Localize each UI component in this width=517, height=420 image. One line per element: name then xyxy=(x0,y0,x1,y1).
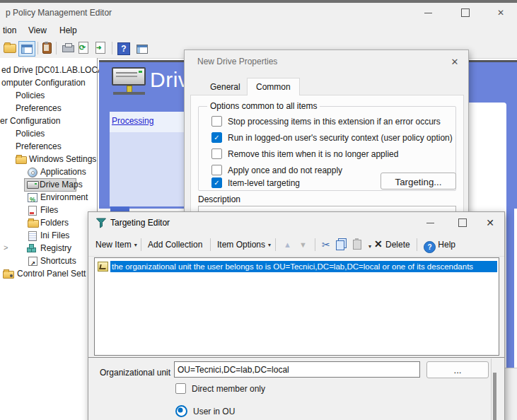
help-icon[interactable]: ? xyxy=(117,42,130,55)
cut-icon[interactable]: ✂ xyxy=(322,238,330,251)
clipboard-icon[interactable] xyxy=(42,42,52,54)
options-groupbox: Options common to all items Stop process… xyxy=(198,106,456,191)
scrollbar-thumb[interactable] xyxy=(493,373,496,420)
delete-button[interactable]: Delete xyxy=(385,238,410,251)
targeting-toolbar: New Item▾ Add Collection Item Options▾ ▲… xyxy=(88,233,504,257)
tree-item-windows-settings[interactable]: Windows Settings xyxy=(0,153,97,165)
shortcuts-icon: ↗ xyxy=(28,257,37,266)
checkbox-checked[interactable]: ✓ xyxy=(211,132,222,143)
tree-item-preferences[interactable]: Preferences xyxy=(0,141,97,153)
cd-icon xyxy=(28,168,37,177)
te-minimize-button[interactable] xyxy=(418,213,442,233)
tree-item-preferences[interactable]: Preferences xyxy=(0,103,97,115)
tree-item-files[interactable]: Files xyxy=(0,204,97,216)
dialog-title: New Drive Properties xyxy=(197,57,277,66)
targeting-item-row[interactable]: the organizational unit the user belongs… xyxy=(96,260,497,272)
user-in-ou-label: User in OU xyxy=(193,407,235,416)
user-in-ou-option[interactable]: User in OU xyxy=(175,405,235,417)
targeting-items-list[interactable]: the organizational unit the user belongs… xyxy=(94,257,499,356)
tree-item-control-panel-settings[interactable]: Control Panel Sett xyxy=(0,268,97,280)
radio-selected[interactable] xyxy=(175,405,187,417)
tree-item-registry[interactable]: > Registry xyxy=(0,243,97,255)
tree-item-applications[interactable]: Applications xyxy=(0,166,97,178)
export-list-icon[interactable]: ➜ xyxy=(95,42,105,54)
browse-button[interactable]: ... xyxy=(426,361,489,378)
new-item-button[interactable]: New Item▾ xyxy=(95,238,137,251)
checkbox-unchecked[interactable] xyxy=(211,116,222,127)
option-item-level-targeting[interactable]: ✓ Item-level targeting xyxy=(211,177,300,188)
option-apply-once[interactable]: Apply once and do not reapply xyxy=(211,165,342,175)
targeting-editor-title: Targeting Editor xyxy=(110,218,170,228)
help-button[interactable]: ? Help xyxy=(424,238,455,251)
expander-icon[interactable]: > xyxy=(4,243,8,252)
direct-member-only-label: Direct member only xyxy=(192,384,265,394)
dialog-close-button[interactable]: ✕ xyxy=(445,54,465,69)
window-icon xyxy=(136,45,148,54)
screen: p Policy Management Editor ✕ tion View H… xyxy=(0,0,517,420)
checkbox-unchecked[interactable] xyxy=(175,383,186,394)
option-label: Apply once and do not reapply xyxy=(228,165,342,175)
common-tab-page: Options common to all items Stop process… xyxy=(190,95,464,221)
tree-item-folders[interactable]: Folders xyxy=(0,217,97,229)
tree-item-ini-files[interactable]: Ini Files xyxy=(0,230,97,242)
paste-dropdown-icon[interactable]: ▾ xyxy=(368,240,371,253)
maximize-icon xyxy=(458,218,467,227)
targeting-editor-window: Targeting Editor ✕ New Item▾ Add Collect… xyxy=(88,211,505,420)
organizational-unit-item-icon xyxy=(98,262,108,272)
close-icon: ✕ xyxy=(486,217,494,228)
tree-item-root[interactable]: ed Drive [DC01.LAB.LOCA xyxy=(0,64,97,76)
maximize-icon xyxy=(461,8,470,17)
toolbar-separator xyxy=(112,42,112,54)
tab-general[interactable]: General xyxy=(202,80,249,95)
tree-item-computer-configuration[interactable]: omputer Configuration xyxy=(0,77,97,89)
tree-item-user-configuration[interactable]: er Configuration xyxy=(0,115,97,127)
te-maximize-button[interactable] xyxy=(451,213,475,233)
processing-link[interactable]: Processing xyxy=(112,116,153,126)
close-button[interactable]: ✕ xyxy=(489,3,513,23)
option-stop-processing[interactable]: Stop processing items in this extension … xyxy=(211,116,441,127)
show-console-tree-button[interactable] xyxy=(18,41,35,57)
checkbox-unchecked[interactable] xyxy=(211,148,222,159)
menu-view[interactable]: View xyxy=(25,25,50,35)
option-remove-when-not-applied[interactable]: Remove this item when it is no longer ap… xyxy=(211,148,398,159)
delete-x-icon[interactable]: ✕ xyxy=(374,238,383,250)
maximize-button[interactable] xyxy=(453,3,477,23)
option-run-in-user-context[interactable]: ✓ Run in logged-on user's security conte… xyxy=(211,132,453,143)
tree-item-drive-maps[interactable]: Drive Maps xyxy=(0,179,97,191)
toolbar-separator xyxy=(210,238,211,251)
checkbox-unchecked[interactable] xyxy=(211,165,222,175)
close-icon: ✕ xyxy=(451,57,459,67)
folders-icon xyxy=(28,220,39,228)
organizational-unit-input[interactable] xyxy=(174,361,420,378)
open-folder-icon[interactable] xyxy=(4,44,16,53)
bottom-right-corner xyxy=(504,368,517,420)
move-down-icon[interactable]: ▼ xyxy=(299,238,307,251)
option-label: Run in logged-on user's security context… xyxy=(228,133,453,143)
te-close-button[interactable]: ✕ xyxy=(478,213,502,233)
main-titlebar[interactable]: p Policy Management Editor ✕ xyxy=(0,3,517,23)
targeting-editor-titlebar[interactable]: Targeting Editor ✕ xyxy=(88,212,504,233)
tree-item-policies[interactable]: Policies xyxy=(0,128,97,140)
targeting-button[interactable]: Targeting... xyxy=(381,173,456,189)
menu-help[interactable]: Help xyxy=(57,25,80,35)
toolbar-separator xyxy=(275,238,276,251)
checkbox-checked[interactable]: ✓ xyxy=(211,177,222,188)
print-icon[interactable] xyxy=(62,45,74,52)
menu-action[interactable]: tion xyxy=(0,25,19,35)
tree-item-shortcuts[interactable]: ↗ Shortcuts xyxy=(0,255,97,267)
minimize-button[interactable] xyxy=(416,3,440,23)
form-scrollbar[interactable] xyxy=(491,358,499,420)
tab-common[interactable]: Common xyxy=(247,78,300,95)
direct-member-only-option[interactable]: Direct member only xyxy=(175,383,265,394)
tree-item-environment[interactable]: % Environment xyxy=(0,192,97,204)
show-window-button[interactable] xyxy=(134,42,147,54)
add-collection-button[interactable]: Add Collection xyxy=(148,238,202,251)
paste-icon[interactable] xyxy=(353,238,361,251)
copy-icon[interactable] xyxy=(337,238,346,251)
refresh-icon[interactable]: ⟳ xyxy=(79,42,88,54)
selected-targeting-item[interactable]: the organizational unit the user belongs… xyxy=(110,261,497,272)
move-up-icon[interactable]: ▲ xyxy=(284,238,291,251)
main-window-title: p Policy Management Editor xyxy=(6,8,112,18)
item-options-button[interactable]: Item Options▾ xyxy=(217,238,271,251)
tree-item-policies[interactable]: Policies xyxy=(0,90,97,102)
